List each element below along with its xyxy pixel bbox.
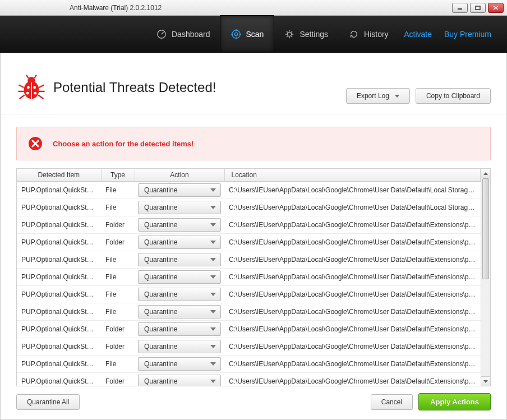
nav-scan[interactable]: Scan [220,16,274,52]
table-row[interactable]: PUP.Optional.QuickStart.AFolderQuarantin… [17,373,481,386]
action-dropdown[interactable]: Quarantine [138,183,221,197]
gear-icon [284,29,295,40]
cell-detected: PUP.Optional.QuickStart.A [17,182,101,199]
action-dropdown[interactable]: Quarantine [138,357,221,371]
cell-location: C:\Users\IEUser\AppData\Local\Google\Chr… [224,321,481,338]
nav-right-links: Activate Buy Premium [404,16,497,52]
cancel-label: Cancel [381,398,402,406]
vertical-scrollbar[interactable] [481,169,490,386]
quarantine-all-button[interactable]: Quarantine All [16,394,80,410]
cell-location: C:\Users\IEUser\AppData\Local\Google\Chr… [224,356,481,373]
col-detected[interactable]: Detected Item [17,169,101,182]
action-dropdown[interactable]: Quarantine [138,218,221,232]
action-value: Quarantine [144,377,177,385]
nav-history[interactable]: History [338,16,399,52]
cell-action: Quarantine [135,182,224,199]
table-row[interactable]: PUP.Optional.QuickStart.AFolderQuarantin… [17,216,481,234]
buy-premium-link[interactable]: Buy Premium [444,30,491,39]
table-row[interactable]: PUP.Optional.QuickStart.AFolderQuarantin… [17,321,481,338]
table-row[interactable]: PUP.Optional.QuickStart.AFileQuarantineC… [17,286,481,303]
action-dropdown[interactable]: Quarantine [138,253,221,266]
action-value: Quarantine [144,221,177,229]
svg-point-15 [27,86,30,89]
action-dropdown[interactable]: Quarantine [138,270,221,284]
table-row[interactable]: PUP.Optional.QuickStart.AFileQuarantineC… [17,199,481,216]
export-log-button[interactable]: Export Log [346,88,410,104]
minimize-button[interactable] [452,3,468,13]
table-row[interactable]: PUP.Optional.QuickStart.AFileQuarantineC… [17,356,481,373]
action-value: Quarantine [144,256,177,264]
nav-dashboard[interactable]: Dashboard [146,16,220,52]
cell-detected: PUP.Optional.QuickStart.A [17,338,101,356]
table-row[interactable]: PUP.Optional.QuickStart.AFileQuarantineC… [17,251,481,269]
table-row[interactable]: PUP.Optional.QuickStart.AFolderQuarantin… [17,234,481,251]
cell-type: File [101,286,135,303]
svg-point-11 [288,32,292,36]
copy-clipboard-button[interactable]: Copy to Clipboard [416,88,491,104]
svg-point-16 [33,86,36,89]
cell-location: C:\Users\IEUser\AppData\Local\Google\Chr… [224,286,481,303]
table-row[interactable]: PUP.Optional.QuickStart.AFolderQuarantin… [17,338,481,356]
table-row[interactable]: PUP.Optional.QuickStart.AFileQuarantineC… [17,182,481,199]
cell-location: C:\Users\IEUser\AppData\Local\Google\Chr… [224,216,481,234]
col-location[interactable]: Location [224,169,481,182]
table-header-row: Detected Item Type Action Location [17,169,481,182]
table-row[interactable]: PUP.Optional.QuickStart.AFileQuarantineC… [17,269,481,286]
scroll-down-button[interactable] [481,376,490,386]
chevron-down-icon [210,223,216,227]
cell-detected: PUP.Optional.QuickStart.A [17,269,101,286]
cell-type: Folder [101,373,135,386]
nav-settings[interactable]: Settings [274,16,338,52]
apply-actions-button[interactable]: Apply Actions [418,393,491,410]
action-value: Quarantine [144,273,177,281]
maximize-icon [475,6,481,10]
action-dropdown[interactable]: Quarantine [138,201,221,214]
action-dropdown[interactable]: Quarantine [138,305,221,319]
cell-detected: PUP.Optional.QuickStart.A [17,234,101,251]
cell-location: C:\Users\IEUser\AppData\Local\Google\Chr… [224,251,481,269]
action-dropdown[interactable]: Quarantine [138,288,221,301]
close-icon [493,6,499,10]
minimize-icon [457,6,463,10]
chevron-down-icon [210,241,216,244]
cell-action: Quarantine [135,234,224,251]
cell-action: Quarantine [135,199,224,216]
activate-link[interactable]: Activate [404,30,432,39]
chevron-down-icon [210,188,216,192]
chevron-down-icon [210,362,216,366]
action-value: Quarantine [144,325,177,333]
col-action[interactable]: Action [135,169,224,182]
close-button[interactable] [488,3,504,13]
cancel-button[interactable]: Cancel [371,394,413,410]
cell-type: Folder [101,216,135,234]
threats-table: Detected Item Type Action Location PUP.O… [17,169,481,386]
svg-rect-1 [476,6,480,10]
action-value: Quarantine [144,290,177,298]
cell-detected: PUP.Optional.QuickStart.A [17,303,101,321]
action-value: Quarantine [144,343,177,350]
chevron-down-icon [210,345,216,348]
svg-point-17 [26,91,29,94]
scroll-thumb[interactable] [482,178,489,279]
cell-detected: PUP.Optional.QuickStart.A [17,373,101,386]
table-row[interactable]: PUP.Optional.QuickStart.AFileQuarantineC… [17,303,481,321]
window-title: Anti-Malware (Trial) 2.0.2.1012 [70,4,162,12]
col-type[interactable]: Type [101,169,135,182]
chevron-down-icon [210,275,216,279]
action-dropdown[interactable]: Quarantine [138,322,221,336]
app-icon-placeholder [6,3,58,13]
scroll-up-button[interactable] [481,169,490,178]
action-dropdown[interactable]: Quarantine [138,375,221,386]
action-dropdown[interactable]: Quarantine [138,340,221,353]
cell-type: File [101,182,135,199]
header-buttons: Export Log Copy to Clipboard [346,88,491,104]
action-dropdown[interactable]: Quarantine [138,236,221,249]
window-titlebar: Anti-Malware (Trial) 2.0.2.1012 [0,0,507,16]
cell-type: Folder [101,321,135,338]
cell-type: Folder [101,338,135,356]
quarantine-all-label: Quarantine All [27,398,69,406]
maximize-button[interactable] [470,3,486,13]
copy-clipboard-label: Copy to Clipboard [426,92,480,100]
action-value: Quarantine [144,308,177,316]
chevron-down-icon [210,258,216,261]
